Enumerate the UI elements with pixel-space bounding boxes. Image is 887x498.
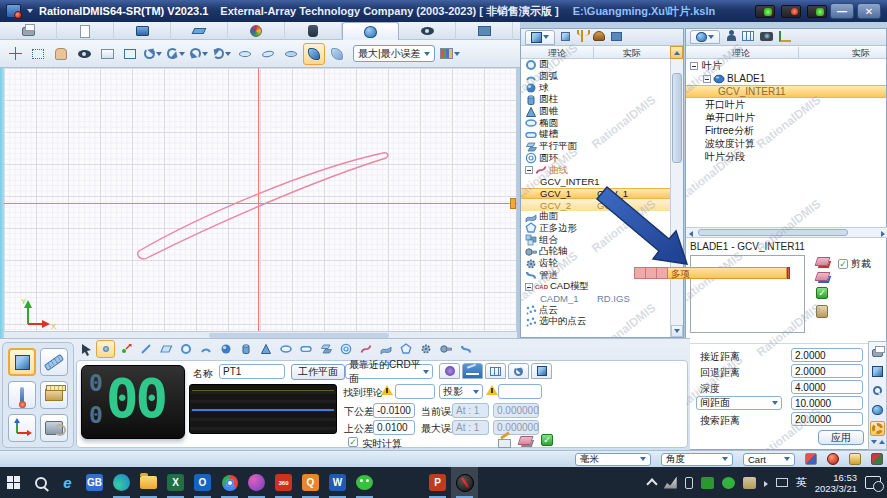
caret-down-icon[interactable] [454, 52, 460, 56]
machine-mode-button[interactable] [40, 414, 68, 442]
tab-camera[interactable] [760, 32, 773, 43]
apply-button[interactable]: 应用 [818, 430, 864, 445]
tree-item[interactable]: 单开口叶片 [686, 111, 886, 124]
tree-item[interactable]: 平行平面 [521, 141, 671, 153]
color-map-button[interactable] [439, 43, 461, 65]
inspect-tool-button[interactable] [870, 383, 885, 398]
tree-item[interactable]: 叶片 [686, 59, 886, 72]
find-theory-input[interactable] [395, 384, 435, 399]
tree-item[interactable]: 组合 [521, 234, 671, 246]
taskbar-app-file-explorer[interactable] [135, 467, 162, 498]
projection-input[interactable] [498, 384, 542, 399]
paint-tool-button-active[interactable] [303, 43, 325, 65]
confirm-button[interactable]: ✓ [816, 287, 828, 299]
tab-views[interactable] [611, 32, 622, 43]
output-tab-gauge[interactable] [508, 363, 529, 379]
close-button[interactable]: ✕ [857, 3, 881, 19]
settings-tool-button[interactable] [870, 421, 885, 436]
create-gear-button[interactable] [416, 340, 435, 358]
create-cone-button[interactable] [256, 340, 275, 358]
input-language-indicator[interactable]: 英 [796, 475, 807, 490]
hand-tool-button[interactable] [50, 43, 72, 65]
app-icon[interactable] [6, 4, 21, 18]
tree-item[interactable]: 选中的点云 [521, 316, 671, 327]
coordinate-status-icon[interactable] [805, 453, 817, 465]
fit-view-button[interactable] [119, 43, 141, 65]
projection-dropdown[interactable]: 投影 [439, 384, 483, 399]
delete-item-button[interactable] [814, 257, 830, 266]
create-camshaft-button[interactable] [436, 340, 455, 358]
create-arc-button[interactable] [196, 340, 215, 358]
create-plane-button[interactable] [156, 340, 175, 358]
view-tool-button[interactable] [870, 402, 885, 417]
rotate-view-y-button[interactable] [165, 43, 187, 65]
expander-icon[interactable] [690, 62, 698, 70]
tree-item[interactable]: BLADE1 [686, 72, 886, 85]
expander-icon[interactable] [525, 166, 533, 174]
output-tab-table[interactable] [485, 363, 506, 379]
tree-item[interactable]: 曲面 [521, 211, 671, 223]
confirm-button[interactable]: ✓ [541, 434, 553, 446]
create-line-button[interactable] [136, 340, 155, 358]
multi-selection-bar[interactable]: 多项 [634, 267, 790, 279]
tab-color[interactable] [228, 22, 285, 40]
output-tab-chart-active[interactable] [462, 363, 483, 379]
taskbar-app-start[interactable] [0, 467, 27, 498]
tree-item[interactable]: 正多边形 [521, 223, 671, 235]
scrollbar-thumb[interactable] [672, 73, 682, 163]
caret-down-icon[interactable] [225, 52, 231, 56]
workplane-button[interactable]: 工作平面 [291, 364, 345, 380]
canvas-hscrollbar[interactable] [4, 331, 517, 338]
taskbar-app-powerpoint[interactable]: P [424, 467, 451, 498]
image-capture-button[interactable] [96, 43, 118, 65]
create-cylinder-button[interactable] [236, 340, 255, 358]
print-tool-button[interactable] [870, 345, 885, 360]
antivirus-ok-icon[interactable] [701, 477, 714, 489]
tab-blade-active[interactable] [690, 30, 720, 44]
tree-item[interactable]: GCV_INTER11 [686, 85, 886, 98]
titlebar-monitor-icon[interactable] [781, 5, 801, 18]
parameter-input[interactable]: 10.0000 [791, 396, 863, 410]
view-visibility-button[interactable] [73, 43, 95, 65]
minimize-button[interactable]: — [830, 3, 854, 19]
probe-ball-status-icon[interactable] [827, 453, 839, 465]
tree-item[interactable]: 圆环 [521, 153, 671, 165]
clear-item-button[interactable] [814, 272, 830, 281]
tab-print[interactable] [0, 22, 57, 40]
tree-item[interactable]: 点云 [521, 304, 671, 316]
clock[interactable]: 16:53 2023/3/21 [815, 472, 857, 494]
output-tab-audio[interactable] [439, 363, 460, 379]
parameter-input[interactable]: 2.0000 [791, 364, 863, 378]
tree-item[interactable]: 曲线 [521, 164, 671, 176]
wechat-tray-icon[interactable] [722, 477, 735, 489]
upper-tolerance-input[interactable]: 0.0100 [373, 420, 415, 435]
solid-mode-button[interactable] [8, 348, 36, 376]
taskbar-app-rationaldmis[interactable] [451, 467, 478, 498]
tab-display[interactable] [114, 22, 171, 40]
gauge-mode-button[interactable] [40, 381, 68, 409]
error-mode-dropdown[interactable]: 最大|最小误差 [353, 45, 435, 62]
tab-document[interactable] [57, 22, 114, 40]
create-polygon-button[interactable] [396, 340, 415, 358]
ruler-mode-button[interactable] [40, 348, 68, 376]
create-curve-button[interactable] [356, 340, 375, 358]
tree-item[interactable]: CADCAD模型 [521, 281, 671, 293]
notes-tray-icon[interactable] [743, 477, 756, 489]
app-menu-caret-icon[interactable] [27, 9, 33, 13]
align-view-button[interactable] [211, 43, 233, 65]
lower-tolerance-input[interactable]: -0.0100 [373, 403, 415, 418]
caret-down-icon[interactable] [156, 52, 162, 56]
taskbar-app-paint3d[interactable] [243, 467, 270, 498]
create-sphere-button[interactable] [216, 340, 235, 358]
taskbar-app-chrome[interactable] [216, 467, 243, 498]
pan-tool-button[interactable] [4, 43, 26, 65]
touch-keyboard-icon[interactable] [776, 478, 788, 487]
coordinate-mode-button[interactable] [8, 414, 36, 442]
blade-tree-hscrollbar[interactable] [686, 227, 887, 238]
paint-tool2-button[interactable] [326, 43, 348, 65]
titlebar-device-icon[interactable] [755, 5, 775, 18]
expander-icon[interactable] [703, 75, 711, 83]
titlebar-joystick-icon[interactable] [807, 5, 827, 18]
notification-center-icon[interactable] [865, 476, 881, 489]
tab-solids[interactable] [561, 32, 570, 43]
